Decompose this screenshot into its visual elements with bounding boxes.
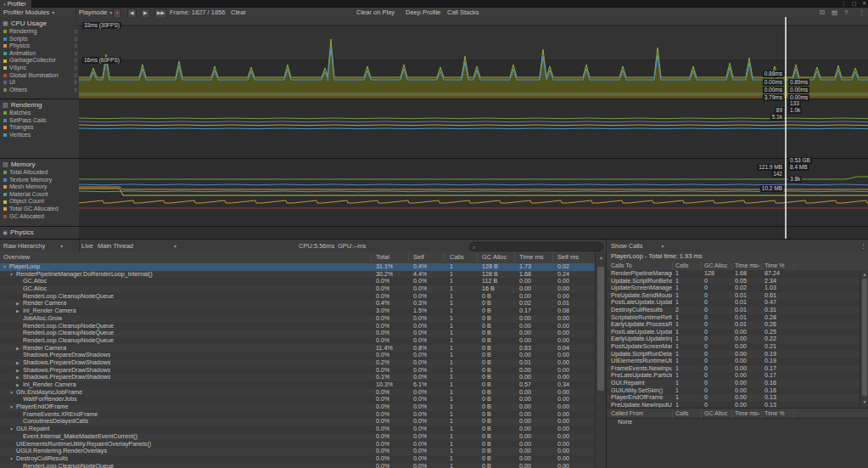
scroll-up-icon[interactable]: ▲ <box>860 272 868 277</box>
table-row[interactable]: ▶Inl_Render Camera3.0%1.5%10 B0.170.08 <box>0 307 595 315</box>
module-header-rendering[interactable]: ▧Rendering <box>3 100 42 110</box>
column-gc-alloc[interactable]: GC Alloc <box>704 261 727 270</box>
window-close-icon[interactable]: ✕ <box>862 1 866 6</box>
drag-handle-icon[interactable]: ≡ <box>74 28 77 36</box>
column-calls[interactable]: Calls <box>450 251 464 263</box>
legend-item-memory[interactable]: Mesh Memory <box>0 183 79 191</box>
legend-item-memory[interactable]: GC Allocated <box>0 213 79 221</box>
foldout-open-icon[interactable]: ▼ <box>3 263 7 271</box>
table-row[interactable]: RenderLoop.CleanupNodeQueue0.0%0.0%10 B0… <box>0 330 595 337</box>
table-row[interactable]: ▼RenderPipelineManager.DoRenderLoop_Inte… <box>0 271 595 279</box>
table-row[interactable]: ▼PlayerEndOfFrame0.0%0.0%10 B0.000.00 <box>0 403 595 411</box>
legend-item-memory[interactable]: Texture Memory <box>0 177 79 184</box>
table-row[interactable]: ▼Gfx.EndAsyncJobFrame0.0%0.0%10 B0.000.0… <box>0 389 595 397</box>
manual-icon[interactable]: ▤ <box>832 8 837 17</box>
foldout-closed-icon[interactable]: ▶ <box>16 367 20 375</box>
column-overview[interactable]: Overview <box>3 251 30 263</box>
window-menu-icon[interactable]: ⋮ <box>841 1 846 6</box>
foldout-open-icon[interactable]: ▼ <box>9 455 14 463</box>
profiler-tab[interactable]: ◑Profiler <box>0 0 31 8</box>
column-time-ms[interactable]: Time ms <box>519 251 543 263</box>
foldout-closed-icon[interactable]: ▶ <box>16 345 20 352</box>
column-called-from[interactable]: Called From <box>611 409 643 418</box>
legend-item-cpu[interactable]: Rendering≡ <box>0 28 79 36</box>
drag-handle-icon[interactable]: ≡ <box>74 57 77 65</box>
table-row[interactable]: ▼DestroyCullResults0.0%0.0%10 B0.000.00 <box>0 455 595 463</box>
column-gc-alloc[interactable]: GC Alloc <box>482 251 507 263</box>
calls-scrollbar[interactable]: ▲ ▼ <box>860 270 868 408</box>
list-item[interactable]: DestroyCullResults200.010.31 <box>607 307 860 314</box>
list-item[interactable]: PlayerEndOfFrame100.000.13 <box>607 394 860 402</box>
table-row[interactable]: UGUI.Rendering.RenderOverlays0.0%0.0%10 … <box>0 448 595 455</box>
table-row[interactable]: CoroutinesDelayedCalls0.0%0.0%10 B0.000.… <box>0 418 595 426</box>
table-row[interactable]: ▶Shadows.PrepareDrawShadows0.1%0.0%10 B0… <box>0 374 595 381</box>
list-item[interactable]: PostUpdateScreenManag100.000.21 <box>607 343 860 351</box>
legend-item-memory[interactable]: Object Count <box>0 198 79 206</box>
help-icon[interactable]: ? <box>844 8 848 17</box>
foldout-open-icon[interactable]: ▼ <box>9 403 14 411</box>
drag-handle-icon[interactable]: ≡ <box>74 72 77 80</box>
legend-item-cpu[interactable]: Physics≡ <box>0 42 79 50</box>
table-row[interactable]: ▶Shadows.PrepareDrawShadows0.0%0.0%10 B0… <box>0 367 595 375</box>
deep-profile-toggle[interactable]: Deep Profile <box>406 8 440 17</box>
kebab-menu-icon[interactable]: ⋮ <box>859 8 865 17</box>
scrollbar-thumb[interactable] <box>862 279 867 396</box>
table-row[interactable]: RenderLoop.CleanupNodeQueue0.0%0.0%10 B0… <box>0 293 595 301</box>
drag-handle-icon[interactable]: ≡ <box>74 87 77 94</box>
table-row[interactable]: GC.Alloc0.0%0.0%1112 B0.000.00 <box>0 278 595 285</box>
dock-preview-icon[interactable]: ⊡ <box>820 8 825 17</box>
legend-item-cpu[interactable]: GarbageCollector≡ <box>0 57 79 65</box>
legend-item-cpu[interactable]: Others≡ <box>0 87 79 94</box>
list-item[interactable]: PostLateUpdate.UpdateAl100.000.25 <box>607 329 860 336</box>
selected-frame-line[interactable] <box>785 17 787 239</box>
drag-handle-icon[interactable]: ≡ <box>74 36 77 43</box>
list-item[interactable]: ScriptableRuntimeReflecti100.010.28 <box>607 314 860 322</box>
live-toggle[interactable]: Live <box>81 240 93 252</box>
list-item[interactable]: UpdateScreenManagerAn100.021.03 <box>607 285 860 292</box>
module-header-memory[interactable]: ▨Memory <box>3 160 36 169</box>
module-header-cpu[interactable]: ▦CPU Usage <box>3 19 47 28</box>
legend-item-cpu[interactable]: Animation≡ <box>0 50 79 58</box>
table-row[interactable]: JobAlloc.Grow0.0%0.0%10 B0.000.00 <box>0 315 595 323</box>
scrollbar-thumb[interactable] <box>597 267 604 391</box>
search-input[interactable]: ⌕ <box>469 242 603 251</box>
foldout-open-icon[interactable]: ▼ <box>9 426 14 433</box>
table-row[interactable]: ▶Shadows.PrepareDrawShadows0.2%0.0%10 B0… <box>0 359 595 367</box>
hierarchy-scrollbar[interactable]: ▲ <box>595 251 607 468</box>
call-stacks-dropdown[interactable]: Call Stacks <box>447 8 479 17</box>
legend-item-rendering[interactable]: Vertices <box>0 132 79 139</box>
profiler-modules-dropdown[interactable]: Profiler Modules▾ <box>3 8 54 17</box>
column-calls[interactable]: Calls <box>675 409 689 418</box>
legend-item-cpu[interactable]: UI≡ <box>0 79 79 87</box>
table-row[interactable]: GC.Alloc0.0%0.0%116 B0.000.00 <box>0 285 595 293</box>
details-kebab-menu-icon[interactable]: ⋮ <box>860 240 867 252</box>
legend-item-memory[interactable]: Material Count <box>0 191 79 199</box>
drag-handle-icon[interactable]: ≡ <box>74 50 77 58</box>
list-item[interactable]: GUI.Repaint100.000.16 <box>607 380 860 387</box>
table-row[interactable]: Event.Internal_MakeMasterEventCurrent()0… <box>0 433 595 441</box>
thread-dropdown[interactable]: Main Thread▾ <box>98 240 176 252</box>
column-time-pct[interactable]: Time % <box>764 261 784 270</box>
foldout-closed-icon[interactable]: ▶ <box>16 359 20 367</box>
foldout-open-icon[interactable]: ▼ <box>9 271 14 279</box>
column-time-ms[interactable]: Time ms▴ <box>735 409 759 418</box>
drag-handle-icon[interactable]: ≡ <box>74 42 77 50</box>
table-row[interactable]: RenderLoop.CleanupNodeQueue0.0%0.0%10 B0… <box>0 337 595 345</box>
column-self-ms[interactable]: Self ms <box>557 251 579 263</box>
module-header-physics[interactable]: ◉Physics <box>3 228 34 237</box>
list-item[interactable]: GUIUtility.SetSkin()100.000.16 <box>607 387 860 395</box>
column-time-ms[interactable]: Time ms▴ <box>735 261 759 270</box>
column-calls[interactable]: Calls <box>675 261 689 270</box>
scroll-down-icon[interactable]: ▼ <box>860 399 868 404</box>
legend-item-cpu[interactable]: Scripts≡ <box>0 36 79 43</box>
view-mode-dropdown[interactable]: Raw Hierarchy▾ <box>3 240 63 252</box>
legend-item-cpu[interactable]: VSync≡ <box>0 65 79 72</box>
foldout-closed-icon[interactable]: ▶ <box>16 381 20 389</box>
list-item[interactable]: Update.ScriptRunDelayed100.000.19 <box>607 351 860 358</box>
table-row[interactable]: UIElementsRuntimeUtility.RepaintOverlayP… <box>0 441 595 448</box>
column-gc-alloc[interactable]: GC Alloc <box>704 409 727 418</box>
table-row[interactable]: WaitForRenderJobs0.0%0.0%10 B0.000.00 <box>0 396 595 403</box>
list-item[interactable]: RenderPipelineManager.D11281.6887.24 <box>607 270 860 278</box>
list-item[interactable]: PostLateUpdate.UpdateA100.010.47 <box>607 299 860 307</box>
legend-item-rendering[interactable]: SetPass Calls <box>0 117 79 125</box>
